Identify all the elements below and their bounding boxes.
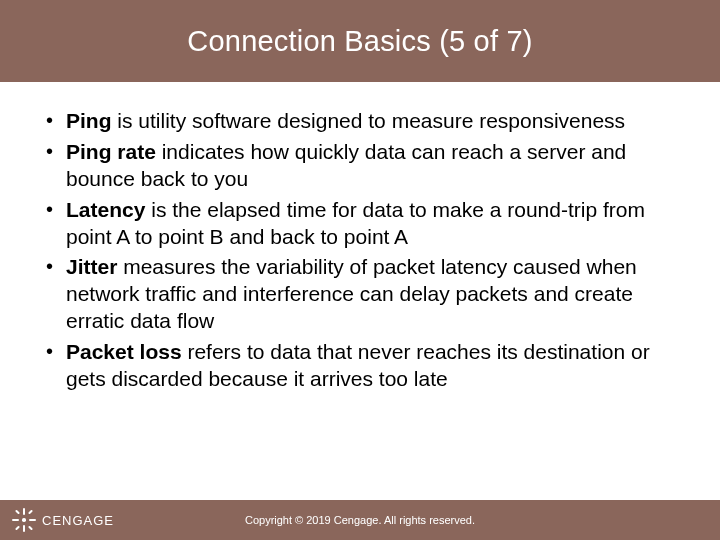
definition: measures the variability of packet laten… bbox=[66, 255, 637, 332]
content-area: Ping is utility software designed to mea… bbox=[0, 82, 720, 500]
brand-text: CENGAGE bbox=[42, 513, 114, 528]
starburst-icon bbox=[12, 508, 36, 532]
term: Ping rate bbox=[66, 140, 156, 163]
term: Latency bbox=[66, 198, 145, 221]
list-item: Ping is utility software designed to mea… bbox=[42, 108, 678, 135]
definition: is the elapsed time for data to make a r… bbox=[66, 198, 645, 248]
list-item: Packet loss refers to data that never re… bbox=[42, 339, 678, 393]
footer-band: CENGAGE Copyright © 2019 Cengage. All ri… bbox=[0, 500, 720, 540]
slide-title: Connection Basics (5 of 7) bbox=[187, 25, 532, 58]
list-item: Jitter measures the variability of packe… bbox=[42, 254, 678, 335]
definition: is utility software designed to measure … bbox=[112, 109, 626, 132]
list-item: Ping rate indicates how quickly data can… bbox=[42, 139, 678, 193]
slide: Connection Basics (5 of 7) Ping is utili… bbox=[0, 0, 720, 540]
term: Jitter bbox=[66, 255, 117, 278]
term: Ping bbox=[66, 109, 112, 132]
bullet-list: Ping is utility software designed to mea… bbox=[42, 108, 678, 393]
list-item: Latency is the elapsed time for data to … bbox=[42, 197, 678, 251]
copyright-text: Copyright © 2019 Cengage. All rights res… bbox=[245, 514, 475, 526]
brand-logo: CENGAGE bbox=[12, 508, 114, 532]
term: Packet loss bbox=[66, 340, 182, 363]
title-band: Connection Basics (5 of 7) bbox=[0, 0, 720, 82]
